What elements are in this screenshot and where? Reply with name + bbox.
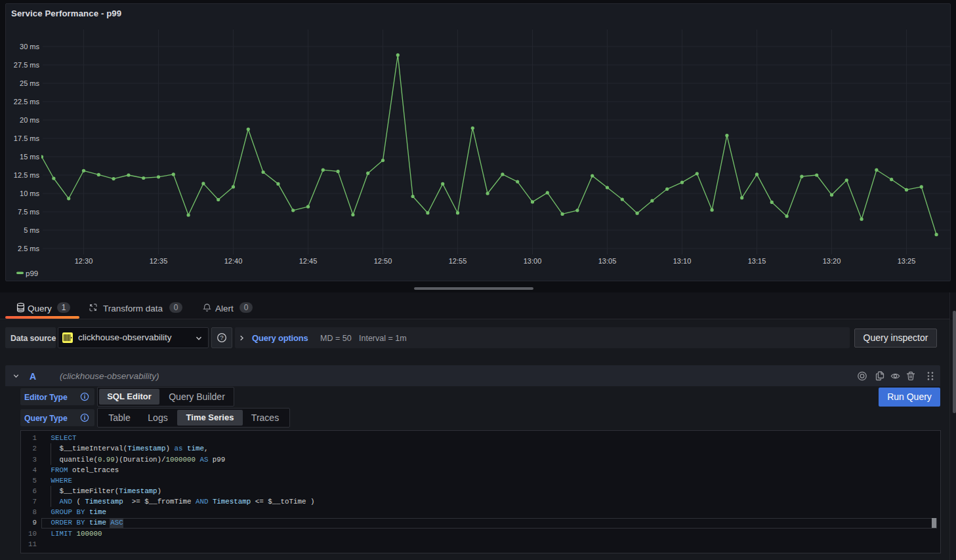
svg-text:13:25: 13:25: [898, 257, 916, 265]
svg-text:27.5 ms: 27.5 ms: [14, 61, 40, 69]
svg-text:p99: p99: [26, 270, 38, 277]
svg-text:20 ms: 20 ms: [20, 116, 39, 124]
svg-text:25 ms: 25 ms: [20, 79, 39, 87]
svg-text:13:20: 13:20: [823, 257, 841, 265]
svg-text:30 ms: 30 ms: [20, 43, 39, 50]
svg-text:12:35: 12:35: [150, 257, 168, 265]
svg-text:17.5 ms: 17.5 ms: [14, 134, 40, 142]
svg-text:7.5 ms: 7.5 ms: [18, 208, 40, 216]
svg-text:12:40: 12:40: [224, 257, 243, 265]
svg-text:13:15: 13:15: [748, 257, 766, 265]
svg-text:10 ms: 10 ms: [20, 190, 39, 197]
svg-text:15 ms: 15 ms: [20, 153, 39, 161]
svg-text:13:05: 13:05: [598, 257, 617, 265]
svg-text:12.5 ms: 12.5 ms: [14, 171, 40, 179]
svg-text:?: ?: [220, 334, 223, 341]
svg-text:12:45: 12:45: [299, 257, 318, 265]
svg-text:13:10: 13:10: [673, 257, 692, 265]
svg-text:2.5 ms: 2.5 ms: [18, 245, 40, 252]
svg-text:12:55: 12:55: [449, 257, 467, 265]
svg-text:12:30: 12:30: [75, 257, 93, 265]
svg-text:22.5 ms: 22.5 ms: [14, 98, 40, 106]
svg-text:5 ms: 5 ms: [24, 226, 39, 234]
svg-text:13:00: 13:00: [524, 257, 542, 265]
svg-text:12:50: 12:50: [374, 257, 392, 265]
